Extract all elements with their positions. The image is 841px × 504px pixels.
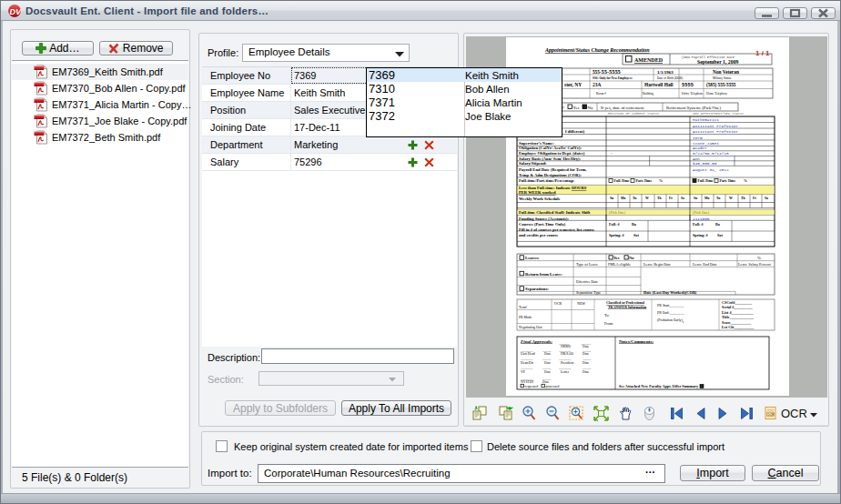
svg-text:Full-time Classified Staff: I: Full-time Classified Staff: Indicate Shi… bbox=[519, 210, 591, 215]
svg-text:August 31, 2012: August 31, 2012 bbox=[693, 167, 729, 172]
svg-text:1111000: 1111000 bbox=[693, 217, 710, 221]
svg-text:Serial #__________: Serial #__________ bbox=[722, 305, 754, 309]
svg-text:SS#: Only for New Employees: SS#: Only for New Employees bbox=[593, 76, 633, 80]
svg-text:Date (Last Day Worked)(COB): Date (Last Day Worked)(COB) bbox=[643, 290, 697, 295]
svg-text:OCR: OCR bbox=[554, 301, 562, 306]
svg-text:and credits per course: and credits per course bbox=[519, 233, 558, 237]
svg-text:Assistant Professor: Assistant Professor bbox=[693, 124, 738, 128]
svg-text:Leave Salary Percent: Leave Salary Percent bbox=[738, 262, 771, 267]
svg-text:NEW APPOINTMENT/NEW STATUS: NEW APPOINTMENT/NEW STATUS bbox=[693, 112, 744, 116]
svg-text:_______: _______ bbox=[558, 357, 571, 360]
svg-text:Score___________: Score___________ bbox=[722, 320, 752, 325]
svg-text:%: % bbox=[757, 256, 761, 260]
svg-text:No: No bbox=[629, 256, 634, 260]
svg-text:23A: 23A bbox=[593, 82, 601, 87]
svg-text:Payroll End Date (Required for: Payroll End Date (Required for Term, bbox=[519, 167, 587, 172]
svg-text:Classified or Professional: Classified or Professional bbox=[606, 301, 645, 305]
svg-text:Mo: Mo bbox=[621, 197, 626, 200]
svg-text:Sat: Sat bbox=[717, 233, 723, 237]
svg-text:Room #: Room # bbox=[596, 92, 606, 96]
svg-text:Date: Date bbox=[583, 370, 589, 374]
svg-text:Stone,James: Stone,James bbox=[693, 141, 719, 146]
svg-text:FMLA eligible: FMLA eligible bbox=[608, 262, 631, 267]
svg-text:555-55-5555: 555-55-5555 bbox=[593, 68, 621, 75]
svg-text:Letter: Letter bbox=[561, 370, 570, 374]
svg-text:Separations:: Separations: bbox=[525, 287, 549, 291]
svg-text:Part-Time: Part-Time bbox=[636, 178, 653, 183]
svg-text:Sat: Sat bbox=[633, 233, 639, 237]
svg-text:Non Veteran: Non Veteran bbox=[713, 69, 739, 75]
svg-text:PR Mode: PR Mode bbox=[519, 316, 532, 319]
svg-text:Date: Date bbox=[544, 370, 551, 374]
svg-text:Negotiating Unit: Negotiating Unit bbox=[519, 326, 543, 329]
svg-text:Appointment/Status Change Reco: Appointment/Status Change Recommendation bbox=[544, 47, 650, 53]
svg-text:_______: _______ bbox=[558, 348, 571, 352]
svg-text:_______: _______ bbox=[520, 348, 532, 352]
svg-text:1/1/1963: 1/1/1963 bbox=[657, 70, 674, 75]
svg-text:W: W bbox=[729, 197, 733, 200]
svg-text:_______: _______ bbox=[520, 357, 532, 360]
svg-text:Separation Type: Separation Type bbox=[576, 290, 601, 295]
svg-text:Sa: Sa bbox=[765, 197, 768, 200]
svg-text:(Pick One): (Pick One) bbox=[609, 210, 626, 215]
svg-text:Assistant Professor: Assistant Professor bbox=[693, 129, 738, 134]
svg-text:Fill in # of courses per semes: Fill in # of courses per semester, list … bbox=[519, 227, 594, 232]
svg-text:$45,000.00: $45,000.00 bbox=[693, 161, 717, 166]
svg-text:(585) 555-5555: (585) 555-5555 bbox=[706, 82, 736, 88]
svg-text:OCR: OCR bbox=[767, 413, 775, 417]
svg-text:See Attached New Faculty Appt.: See Attached New Faculty Appt. Offer Sum… bbox=[619, 384, 699, 388]
svg-text:Effective Date: Effective Date bbox=[576, 279, 598, 284]
svg-text:f different): f different) bbox=[565, 129, 585, 134]
svg-text:AcadYr: AcadYr bbox=[693, 146, 707, 150]
svg-text:AMENDED: AMENDED bbox=[634, 57, 664, 63]
svg-text:Return from Leave:: Return from Leave: bbox=[525, 272, 562, 277]
svg-text:Fall: #: Fall: # bbox=[693, 222, 704, 227]
svg-text:_____: _____ bbox=[582, 348, 592, 352]
svg-text:Temp & Adm Designations (COR):: Temp & Adm Designations (COR): bbox=[519, 173, 582, 177]
svg-text:1 / 1: 1 / 1 bbox=[755, 49, 770, 57]
svg-text:Yes: Yes bbox=[573, 106, 580, 110]
svg-text:Date: Date bbox=[544, 361, 551, 365]
svg-text:Date: Date bbox=[583, 352, 589, 356]
svg-text:Office Telephone: Office Telephone bbox=[682, 92, 704, 96]
svg-text:Home Telephone: Home Telephone bbox=[706, 92, 728, 96]
svg-text:Date: Date bbox=[583, 361, 589, 365]
svg-text:TRANSFER Information: TRANSFER Information bbox=[608, 306, 647, 309]
svg-text:VP: VP bbox=[521, 370, 525, 374]
svg-text:Military Status: Military Status bbox=[713, 76, 732, 80]
svg-text:%: % bbox=[744, 178, 747, 183]
svg-text:Sa: Sa bbox=[681, 197, 684, 200]
svg-text:Term: Term bbox=[693, 136, 703, 140]
svg-text:requested: requested bbox=[525, 385, 539, 388]
svg-text:Full-Time: Full-Time bbox=[698, 178, 714, 183]
svg-text:Supervisor’s Name:: Supervisor’s Name: bbox=[519, 141, 554, 146]
svg-text:Obligation (CalYr/ AcaYr/ CofY: Obligation (CalYr/ AcaYr/ CofYr): bbox=[519, 146, 582, 150]
svg-text:_____: _____ bbox=[582, 357, 592, 360]
svg-text:Dean/Dir: Dean/Dir bbox=[521, 361, 534, 365]
svg-text:Mathematics: Mathematics bbox=[693, 117, 719, 122]
svg-text:Leave End Date: Leave End Date bbox=[693, 262, 717, 267]
svg-text:HR/SAO: HR/SAO bbox=[561, 352, 573, 356]
svg-text:Full-Time: Full-Time bbox=[614, 178, 630, 183]
svg-text:Unit Head: Unit Head bbox=[521, 352, 535, 356]
svg-text:(Pick One): (Pick One) bbox=[693, 210, 710, 215]
svg-text:Final Approvals:: Final Approvals: bbox=[521, 339, 552, 344]
svg-text:From:: From: bbox=[604, 321, 613, 326]
svg-text:REVISION OF CURRENT STATUS: REVISION OF CURRENT STATUS bbox=[608, 112, 659, 116]
svg-text:Full-time/Part-time/Percentage: Full-time/Part-time/Percentage bbox=[519, 178, 574, 183]
svg-text:President: President bbox=[561, 361, 574, 365]
svg-text:Fall: #: Fall: # bbox=[609, 222, 620, 227]
svg-text:Spring: #: Spring: # bbox=[693, 233, 709, 237]
svg-text:_____: _____ bbox=[542, 348, 552, 352]
svg-text:Part-Time: Part-Time bbox=[720, 178, 736, 183]
svg-text:NEW: NEW bbox=[577, 301, 585, 306]
svg-text:Term!: Term! bbox=[519, 306, 527, 309]
svg-text:Employee Obligation to Dept. (: Employee Obligation to Dept. (dates) bbox=[519, 151, 585, 156]
svg-text:PR Start________: PR Start________ bbox=[657, 303, 684, 307]
svg-text:Spring: #: Spring: # bbox=[609, 233, 625, 237]
svg-text:Retirement System: (Pick One): Retirement System: (Pick One) bbox=[666, 106, 721, 110]
svg-text:To:: To: bbox=[604, 313, 610, 318]
svg-text:_____: _____ bbox=[542, 357, 552, 360]
svg-text:Salary/Stipend:: Salary/Stipend: bbox=[519, 161, 547, 166]
svg-text:PR End:________: PR End:________ bbox=[657, 310, 684, 315]
